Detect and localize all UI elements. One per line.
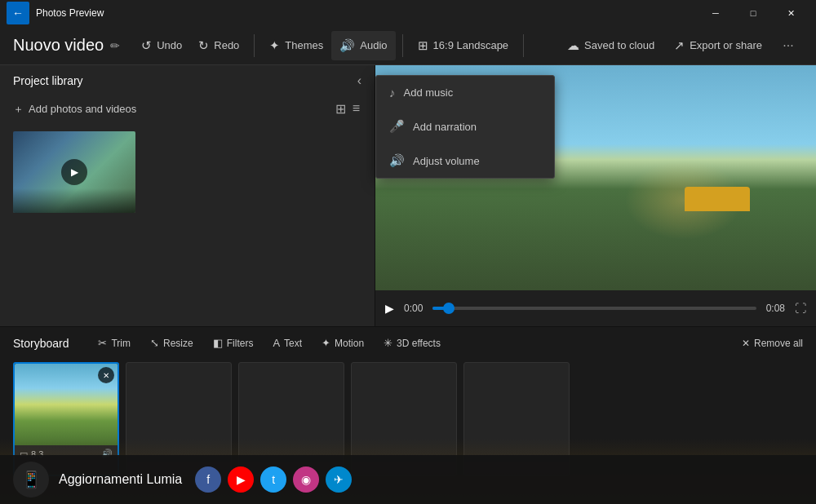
music-icon: ♪ [389, 86, 396, 99]
edit-title-icon[interactable]: ✏ [110, 39, 120, 52]
aspect-ratio-label: 16:9 Landscape [433, 39, 509, 51]
audio-dropdown-menu: ♪ Add music 🎤 Add narration 🔊 Adjust vol… [375, 75, 555, 179]
add-narration-button[interactable]: 🎤 Add narration [376, 109, 554, 144]
text-label: Text [284, 338, 302, 349]
library-content: ▶ [0, 125, 375, 326]
undo-button[interactable]: ↺ Undo [133, 31, 190, 60]
remove-all-button[interactable]: ✕ Remove all [742, 338, 803, 349]
add-music-button[interactable]: ♪ Add music [376, 76, 554, 109]
facebook-icon[interactable]: f [195, 466, 221, 493]
add-media-icon: ＋ [13, 102, 24, 117]
aspect-ratio-icon: ⊞ [418, 38, 428, 53]
notification-social-icons: f ▶ t ◉ ✈ [195, 466, 352, 493]
storyboard-tools: ✂ Trim ⤡ Resize ◧ Filters A Text ✦ Motio… [88, 334, 741, 352]
clip-remove-button[interactable]: ✕ [98, 367, 114, 383]
storyboard-header: Storyboard ✂ Trim ⤡ Resize ◧ Filters A T… [0, 327, 816, 359]
themes-button[interactable]: ✦ Themes [261, 31, 331, 60]
cloud-icon: ☁ [567, 38, 579, 53]
app-title: Photos Preview [36, 7, 104, 19]
view-buttons: ⊞ ≡ [334, 99, 361, 118]
audio-button[interactable]: 🔊 Audio [331, 31, 395, 60]
redo-button[interactable]: ↻ Redo [190, 31, 247, 60]
separator-1 [254, 34, 255, 57]
play-button[interactable]: ▶ [385, 302, 394, 315]
more-icon: ··· [783, 38, 793, 53]
maximize-button[interactable]: □ [734, 0, 772, 26]
add-media-label: Add photos and videos [29, 103, 136, 115]
add-media-button[interactable]: ＋ Add photos and videos [13, 102, 136, 117]
fullscreen-button[interactable]: ⛶ [795, 302, 806, 315]
add-narration-label: Add narration [413, 121, 477, 133]
collapse-button[interactable]: ‹ [357, 73, 361, 88]
trim-button[interactable]: ✂ Trim [88, 334, 140, 352]
notification-channel-name: Aggiornamenti Lumia [59, 472, 182, 487]
undo-label: Undo [157, 39, 182, 51]
window-controls: ─ □ ✕ [697, 0, 809, 26]
saved-button[interactable]: ☁ Saved to cloud [559, 31, 663, 60]
effects-icon: ✳ [384, 337, 392, 349]
filters-icon: ◧ [213, 337, 223, 349]
list-view-button[interactable]: ≡ [351, 99, 361, 118]
trim-icon: ✂ [98, 337, 107, 349]
resize-button[interactable]: ⤡ Resize [140, 334, 203, 352]
export-button[interactable]: ↗ Export or share [666, 31, 770, 60]
text-icon: A [273, 337, 280, 349]
more-button[interactable]: ··· [774, 31, 803, 60]
telegram-icon[interactable]: ✈ [326, 466, 352, 493]
saved-label: Saved to cloud [584, 39, 654, 51]
motion-label: Motion [335, 338, 364, 349]
motion-icon: ✦ [322, 337, 330, 349]
current-time: 0:00 [404, 303, 423, 314]
audio-icon: 🔊 [339, 38, 355, 53]
redo-icon: ↻ [198, 38, 209, 53]
undo-icon: ↺ [141, 38, 152, 53]
filters-label: Filters [227, 338, 254, 349]
library-header: Project library ‹ [0, 65, 375, 96]
export-icon: ↗ [674, 38, 685, 53]
adjust-volume-label: Adjust volume [413, 155, 480, 167]
title-bar-left: ← Photos Preview [7, 2, 104, 24]
library-title: Project library [13, 74, 83, 87]
themes-label: Themes [285, 39, 323, 51]
project-library: Project library ‹ ＋ Add photos and video… [0, 65, 375, 326]
media-thumbnail[interactable]: ▶ [13, 131, 135, 213]
redo-label: Redo [214, 39, 239, 51]
filters-button[interactable]: ◧ Filters [203, 334, 264, 352]
grid-view-button[interactable]: ⊞ [334, 99, 348, 118]
remove-all-label: Remove all [754, 338, 803, 349]
export-label: Export or share [690, 39, 762, 51]
separator-3 [523, 34, 524, 57]
audio-label: Audio [360, 39, 387, 51]
effects-label: 3D effects [397, 338, 441, 349]
adjust-volume-button[interactable]: 🔊 Adjust volume [376, 144, 554, 178]
resize-label: Resize [163, 338, 193, 349]
preview-controls: ▶ 0:00 0:08 ⛶ [375, 290, 816, 326]
toolbar: Nuovo video ✏ ↺ Undo ↻ Redo ✦ Themes 🔊 A… [0, 26, 816, 65]
instagram-icon[interactable]: ◉ [293, 466, 319, 493]
close-button[interactable]: ✕ [772, 0, 809, 26]
volume-icon: 🔊 [389, 153, 405, 168]
aspect-ratio-button[interactable]: ⊞ 16:9 Landscape [410, 31, 517, 60]
minimize-button[interactable]: ─ [697, 0, 734, 26]
back-button[interactable]: ← [7, 2, 29, 24]
twitter-icon[interactable]: t [260, 466, 286, 493]
library-toolbar: ＋ Add photos and videos ⊞ ≡ [0, 96, 375, 125]
storyboard-title: Storyboard [13, 337, 69, 350]
text-button[interactable]: A Text [263, 334, 312, 352]
total-duration: 0:08 [766, 303, 785, 314]
resize-icon: ⤡ [150, 337, 159, 349]
remove-all-icon: ✕ [742, 338, 750, 349]
separator-2 [402, 34, 403, 57]
add-music-label: Add music [404, 86, 454, 99]
project-title: Nuovo video [13, 36, 104, 55]
notification-bar: 📱 Aggiornamenti Lumia f ▶ t ◉ ✈ [0, 455, 816, 504]
title-bar: ← Photos Preview ─ □ ✕ [0, 0, 816, 26]
effects-button[interactable]: ✳ 3D effects [374, 334, 450, 352]
youtube-icon[interactable]: ▶ [228, 466, 254, 493]
trim-label: Trim [111, 338, 131, 349]
microphone-icon: 🎤 [389, 119, 405, 134]
progress-handle[interactable] [443, 303, 455, 314]
motion-button[interactable]: ✦ Motion [312, 334, 374, 352]
toolbar-right: ☁ Saved to cloud ↗ Export or share ··· [559, 31, 803, 60]
progress-bar[interactable] [432, 307, 756, 310]
